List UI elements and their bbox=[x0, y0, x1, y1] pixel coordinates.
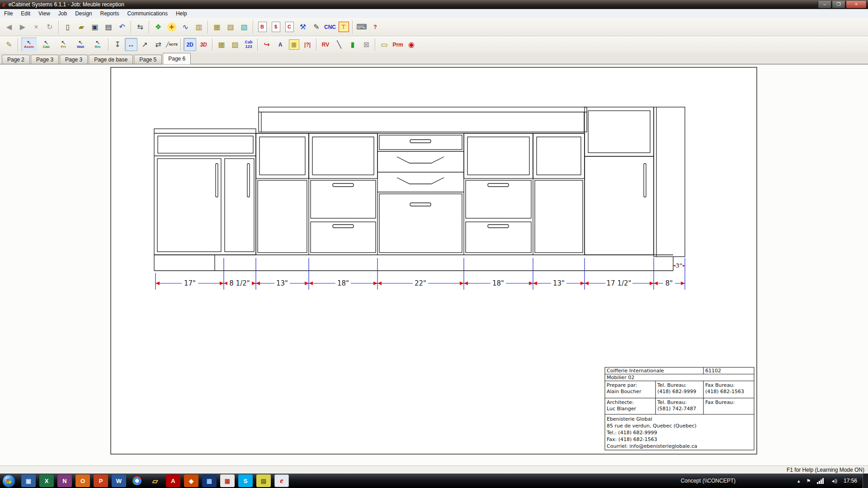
drawing-toolbar: ✎ ↖ Assm ↖ Cab ↖ Prt ↖ Wall ↖ Rm ↧ ↔ ↗ ⇄… bbox=[0, 36, 868, 53]
excel-taskbar-icon[interactable]: X bbox=[39, 474, 54, 487]
show-desktop-button[interactable] bbox=[863, 474, 868, 488]
onenote-taskbar-icon[interactable]: N bbox=[57, 474, 72, 487]
select-cabinet-button[interactable]: ↖ Cab bbox=[38, 37, 54, 52]
start-button[interactable] bbox=[2, 474, 15, 488]
calendar-taskbar-icon[interactable]: ▦ bbox=[220, 474, 235, 487]
notes-taskbar-icon[interactable]: ▤ bbox=[256, 474, 271, 487]
cabinet-copy-icon[interactable]: ▧ bbox=[224, 20, 237, 33]
app-orange-taskbar-icon[interactable]: ◆ bbox=[184, 474, 198, 487]
new-file-icon[interactable]: ▯ bbox=[61, 20, 74, 33]
tab-page-2[interactable]: Page 2 bbox=[2, 55, 30, 64]
cnc-button[interactable]: CNC bbox=[324, 20, 336, 33]
slope-icon[interactable]: ╲ bbox=[333, 38, 345, 51]
menu-design[interactable]: Design bbox=[71, 9, 96, 18]
database-taskbar-icon[interactable]: ▦ bbox=[202, 474, 217, 487]
refresh-icon[interactable]: ↻ bbox=[43, 20, 56, 33]
volume-icon[interactable]: ◄)) bbox=[830, 479, 837, 483]
scale-settings-icon[interactable]: ⇆ bbox=[134, 20, 146, 33]
region-icon[interactable]: ⊠ bbox=[360, 38, 373, 51]
dim-horizontal-icon[interactable]: ↔ bbox=[125, 38, 137, 51]
chrome-taskbar-icon[interactable] bbox=[130, 474, 144, 487]
plumb-icon[interactable]: ✛ bbox=[165, 20, 178, 33]
toolbar-separator bbox=[316, 38, 317, 51]
acrobat-taskbar-icon[interactable]: A bbox=[166, 474, 180, 487]
dim-grid-icon[interactable]: ▦ bbox=[288, 38, 300, 51]
tools-icon[interactable]: ⚒ bbox=[297, 20, 309, 33]
cut-list-icon[interactable]: C bbox=[283, 20, 296, 33]
minimize-button[interactable]: – bbox=[818, 1, 831, 9]
taskbar-clock[interactable]: 17:56 bbox=[844, 478, 857, 484]
job-report-icon[interactable]: ✎ bbox=[310, 20, 323, 33]
drawing-canvas[interactable]: 17" 8 1/2" 13" 18" 22" 18" 13" 17 1/2" 8… bbox=[0, 64, 868, 466]
menu-reports[interactable]: Reports bbox=[96, 9, 123, 18]
undo-icon[interactable]: ↶ bbox=[116, 20, 128, 33]
menu-view[interactable]: View bbox=[34, 9, 54, 18]
cab-123-button[interactable]: Cab 123 bbox=[242, 38, 255, 51]
word-taskbar-icon[interactable]: W bbox=[112, 474, 126, 487]
menu-edit[interactable]: Edit bbox=[17, 9, 34, 18]
forward-icon[interactable]: ▶ bbox=[16, 20, 29, 33]
select-wall-button[interactable]: ↖ Wall bbox=[72, 37, 89, 52]
powerpoint-taskbar-icon[interactable]: P bbox=[94, 474, 108, 487]
dimension-label: 8 1/2" bbox=[229, 279, 250, 287]
select-part-button[interactable]: ↖ Prt bbox=[55, 37, 71, 52]
stop-icon[interactable]: × bbox=[30, 20, 42, 33]
menu-communications[interactable]: Communications bbox=[123, 9, 172, 18]
fax-office-label: Fax Bureau: bbox=[705, 382, 735, 388]
menu-file[interactable]: File bbox=[0, 9, 17, 18]
ecabinet-taskbar-icon[interactable]: e bbox=[274, 474, 289, 487]
prepared-by-label: Prepare par: bbox=[607, 382, 637, 388]
keyboard-icon[interactable]: ⌨ bbox=[355, 20, 368, 33]
back-icon[interactable]: ◀ bbox=[3, 20, 15, 33]
layout-table-icon[interactable]: ▦ bbox=[215, 38, 228, 51]
action-center-flag-icon[interactable]: ⚑ bbox=[807, 478, 811, 484]
tab-page-3b[interactable]: Page 3 bbox=[60, 55, 88, 64]
cabinet-icon[interactable]: ▥ bbox=[193, 20, 205, 33]
folder-taskbar-icon[interactable]: ▱ bbox=[148, 474, 162, 487]
note-tool[interactable]: ╱ NOTE bbox=[165, 38, 178, 51]
molding-icon[interactable]: ∿ bbox=[179, 20, 192, 33]
menu-help[interactable]: Help bbox=[172, 9, 191, 18]
open-drawing-icon[interactable]: ✎ bbox=[3, 38, 15, 51]
window-controls: – ❐ × bbox=[817, 1, 867, 9]
select-room-button[interactable]: ↖ Rm bbox=[90, 37, 106, 52]
materials-icon[interactable]: ❖ bbox=[152, 20, 165, 33]
column-icon[interactable]: ▮ bbox=[346, 38, 359, 51]
client-name: Coifferie Internationale bbox=[607, 368, 664, 374]
text-tool-icon[interactable]: A bbox=[274, 38, 287, 51]
tab-page-de-base[interactable]: Page de base bbox=[89, 55, 133, 64]
outlook-taskbar-icon[interactable]: O bbox=[75, 474, 90, 487]
saw-table-icon[interactable]: ⊤ bbox=[337, 20, 350, 33]
room-plan-icon[interactable]: ▨ bbox=[238, 20, 250, 33]
view-3d-button[interactable]: 3D bbox=[197, 38, 210, 51]
page-template-icon[interactable]: ▭ bbox=[378, 38, 391, 51]
cost-report-icon[interactable]: $ bbox=[269, 20, 282, 33]
tab-page-3[interactable]: Page 3 bbox=[31, 55, 59, 64]
cabinet-front-icon[interactable]: ▦ bbox=[211, 20, 223, 33]
dim-linear-icon[interactable]: ⇄ bbox=[152, 38, 165, 51]
layout-table-2-icon[interactable]: ▧ bbox=[229, 38, 241, 51]
menu-job[interactable]: Job bbox=[54, 9, 71, 18]
explorer-taskbar-icon[interactable]: ▣ bbox=[21, 474, 36, 487]
tab-page-5[interactable]: Page 5 bbox=[134, 55, 162, 64]
bid-report-icon[interactable]: B bbox=[256, 20, 269, 33]
tab-page-6[interactable]: Page 6 bbox=[163, 53, 191, 64]
restore-button[interactable]: ❐ bbox=[832, 1, 845, 9]
close-button[interactable]: × bbox=[846, 1, 867, 9]
rv-button[interactable]: RV bbox=[319, 38, 332, 51]
skype-taskbar-icon[interactable]: S bbox=[238, 474, 253, 487]
view-2d-button[interactable]: 2D bbox=[184, 38, 196, 51]
network-icon[interactable] bbox=[817, 478, 824, 484]
export-icon[interactable]: ↪ bbox=[260, 38, 273, 51]
select-assembly-button[interactable]: ↖ Assm bbox=[21, 37, 37, 52]
error-check-icon[interactable]: |?| bbox=[301, 38, 314, 51]
help-icon[interactable]: ? bbox=[369, 20, 382, 33]
render-icon[interactable]: ◉ bbox=[405, 38, 418, 51]
prm-button[interactable]: Prm bbox=[392, 38, 404, 51]
dim-leader-icon[interactable]: ↗ bbox=[138, 38, 151, 51]
dim-vertical-icon[interactable]: ↧ bbox=[111, 38, 124, 51]
save-icon[interactable]: ▣ bbox=[89, 20, 101, 33]
open-file-icon[interactable]: ▰ bbox=[75, 20, 88, 33]
print-icon[interactable]: ▤ bbox=[102, 20, 115, 33]
tray-expand-icon[interactable]: ▴ bbox=[797, 478, 800, 484]
